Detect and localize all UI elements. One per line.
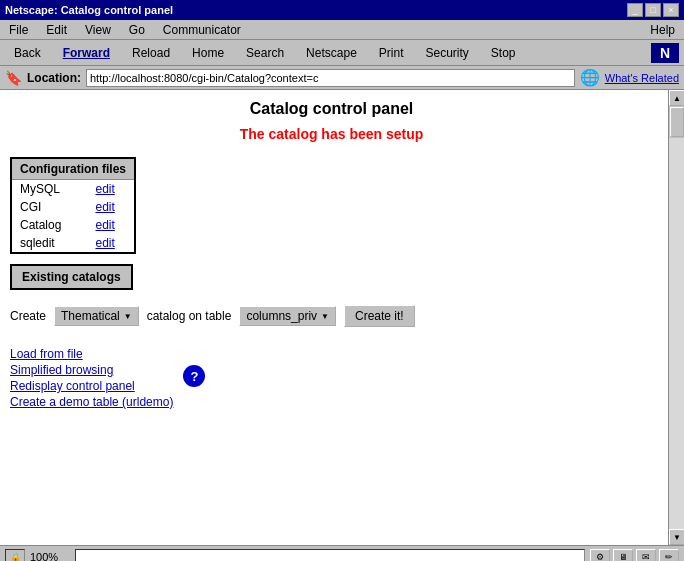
scroll-up-arrow[interactable]: ▲ xyxy=(669,90,684,106)
config-edit-link[interactable]: edit xyxy=(87,198,134,216)
help-icon[interactable]: ? xyxy=(183,365,205,387)
nav-link[interactable]: Load from file xyxy=(10,347,173,361)
location-input[interactable] xyxy=(86,69,575,87)
nav-stop[interactable]: Stop xyxy=(482,43,525,63)
create-label: Create xyxy=(10,309,46,323)
scroll-thumb[interactable] xyxy=(670,107,684,137)
config-edit-link[interactable]: edit xyxy=(87,216,134,234)
minimize-button[interactable]: _ xyxy=(627,3,643,17)
window-controls[interactable]: _ □ × xyxy=(627,3,679,17)
create-it-button[interactable]: Create it! xyxy=(344,305,415,327)
config-name: CGI xyxy=(12,198,87,216)
config-name: sqledit xyxy=(12,234,87,252)
config-section-header: Configuration files xyxy=(12,159,134,180)
scroll-track[interactable] xyxy=(669,138,684,529)
content-area: Catalog control panel The catalog has be… xyxy=(0,90,668,545)
links-section: Load from fileSimplified browsingRedispl… xyxy=(10,347,653,409)
status-percent: 100% xyxy=(30,551,70,562)
nav-forward[interactable]: Forward xyxy=(54,43,119,63)
window-title: Netscape: Catalog control panel xyxy=(5,4,173,16)
status-icons-right: ⚙ 🖥 ✉ ✏ xyxy=(590,549,679,562)
config-table: MySQLeditCGIeditCatalogeditsqleditedit xyxy=(12,180,134,252)
nav-security[interactable]: Security xyxy=(417,43,478,63)
status-icon-2[interactable]: 🖥 xyxy=(613,549,633,562)
menu-file[interactable]: File xyxy=(5,22,32,38)
status-bar: 🔒 100% ⚙ 🖥 ✉ ✏ xyxy=(0,545,684,561)
nav-link[interactable]: Create a demo table (urldemo) xyxy=(10,395,173,409)
table-name-dropdown[interactable]: columns_priv ▼ xyxy=(239,306,336,326)
config-edit-link[interactable]: edit xyxy=(87,234,134,252)
catalog-type-value: Thematical xyxy=(61,309,120,323)
nav-netscape[interactable]: Netscape xyxy=(297,43,366,63)
existing-catalogs-box: Existing catalogs xyxy=(10,264,133,290)
main-content-wrapper: Catalog control panel The catalog has be… xyxy=(0,90,684,545)
scrollbar[interactable]: ▲ ▼ xyxy=(668,90,684,545)
config-table-row: Catalogedit xyxy=(12,216,134,234)
status-icon-3[interactable]: ✉ xyxy=(636,549,656,562)
bookmark-icon: 🔖 xyxy=(5,70,22,86)
menu-help[interactable]: Help xyxy=(646,22,679,38)
nav-print[interactable]: Print xyxy=(370,43,413,63)
table-label: catalog on table xyxy=(147,309,232,323)
scroll-down-arrow[interactable]: ▼ xyxy=(669,529,684,545)
menu-view[interactable]: View xyxy=(81,22,115,38)
close-button[interactable]: × xyxy=(663,3,679,17)
nav-link[interactable]: Redisplay control panel xyxy=(10,379,173,393)
config-edit-link[interactable]: edit xyxy=(87,180,134,198)
menu-go[interactable]: Go xyxy=(125,22,149,38)
status-icon-1[interactable]: ⚙ xyxy=(590,549,610,562)
config-name: Catalog xyxy=(12,216,87,234)
status-progress-bar xyxy=(75,549,585,562)
title-bar: Netscape: Catalog control panel _ □ × xyxy=(0,0,684,20)
config-table-row: sqleditedit xyxy=(12,234,134,252)
nav-search[interactable]: Search xyxy=(237,43,293,63)
location-label: Location: xyxy=(27,71,81,85)
table-name-arrow-icon: ▼ xyxy=(321,312,329,321)
maximize-button[interactable]: □ xyxy=(645,3,661,17)
catalog-type-dropdown[interactable]: Thematical ▼ xyxy=(54,306,139,326)
nav-back[interactable]: Back xyxy=(5,43,50,63)
status-message: The catalog has been setup xyxy=(10,126,653,142)
create-row: Create Thematical ▼ catalog on table col… xyxy=(10,305,653,327)
whats-related-link[interactable]: What's Related xyxy=(605,72,679,84)
status-lock-icon: 🔒 xyxy=(5,549,25,562)
menu-edit[interactable]: Edit xyxy=(42,22,71,38)
location-bar: 🔖 Location: 🌐 What's Related xyxy=(0,66,684,90)
page-title: Catalog control panel xyxy=(10,100,653,118)
menu-communicator[interactable]: Communicator xyxy=(159,22,245,38)
menu-bar: File Edit View Go Communicator Help xyxy=(0,20,684,40)
nav-link[interactable]: Simplified browsing xyxy=(10,363,173,377)
nav-home[interactable]: Home xyxy=(183,43,233,63)
config-section: Configuration files MySQLeditCGIeditCata… xyxy=(10,157,136,254)
nav-bar: Back Forward Reload Home Search Netscape… xyxy=(0,40,684,66)
config-name: MySQL xyxy=(12,180,87,198)
nav-reload[interactable]: Reload xyxy=(123,43,179,63)
links-list: Load from fileSimplified browsingRedispl… xyxy=(10,347,173,409)
config-table-row: CGIedit xyxy=(12,198,134,216)
catalog-type-arrow-icon: ▼ xyxy=(124,312,132,321)
table-name-value: columns_priv xyxy=(246,309,317,323)
status-icon-4[interactable]: ✏ xyxy=(659,549,679,562)
location-icon: 🌐 xyxy=(580,68,600,87)
config-table-row: MySQLedit xyxy=(12,180,134,198)
netscape-logo: N xyxy=(651,43,679,63)
